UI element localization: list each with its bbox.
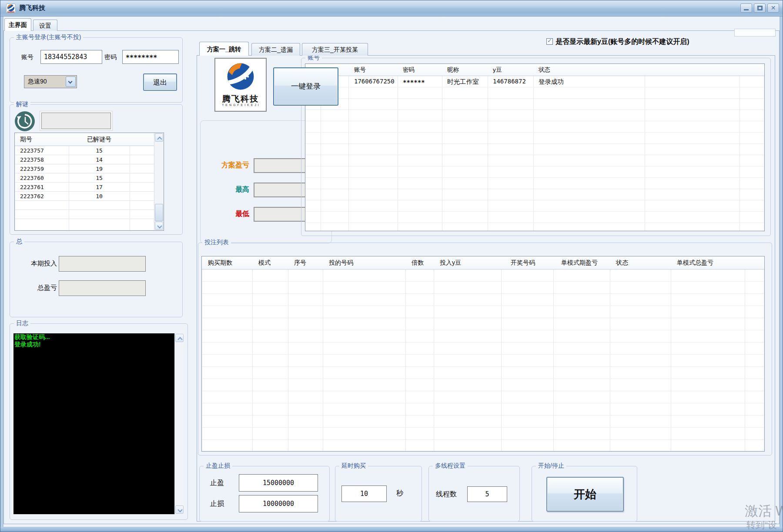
maximize-icon <box>757 6 763 10</box>
table-row[interactable]: 2223762 10 <box>15 192 155 201</box>
cell-ydou: 146786872 <box>493 78 526 85</box>
cell-status: 登录成功 <box>539 78 564 86</box>
col-invest-ydou: 投入y豆 <box>440 259 461 267</box>
col-seq: 序号 <box>294 259 306 267</box>
minimize-button[interactable] <box>740 3 752 13</box>
delay-group: 延时购买 10 秒 <box>335 466 422 522</box>
activate-watermark-line2: 转到“设 <box>746 519 777 531</box>
delay-group-title: 延时购买 <box>339 462 368 470</box>
brand-subtitle: T E N G F E I K E J I <box>215 103 266 106</box>
table-row[interactable]: 2223758 14 <box>15 155 155 164</box>
puzzle-table[interactable]: 期号 已解谜号 2223757 15 2223758 14 2223759 19… <box>14 133 164 231</box>
scroll-thumb[interactable] <box>155 204 163 221</box>
speed-select[interactable]: 急速90 <box>24 75 77 88</box>
bet-table-header: 购买期数 模式 序号 投的号码 倍数 投入y豆 开奖号码 单模式期盈亏 状态 单… <box>202 256 764 269</box>
col-mode-total-pl: 单模式总盈亏 <box>677 259 713 267</box>
current-invest-field <box>59 256 146 272</box>
scheme-profit-label: 方案盈亏 <box>209 161 249 170</box>
one-click-login-button[interactable]: 一键登录 <box>273 67 338 106</box>
scroll-down-button[interactable] <box>155 222 163 230</box>
tab-scheme-1[interactable]: 方案一_跳转 <box>199 42 249 56</box>
scroll-down-button[interactable] <box>175 505 184 514</box>
bet-list-table[interactable]: 购买期数 模式 序号 投的号码 倍数 投入y豆 开奖号码 单模式期盈亏 状态 单… <box>201 256 765 452</box>
col-nickname: 昵称 <box>447 66 459 74</box>
window-border-bottom <box>0 527 783 532</box>
log-group-title: 日志 <box>14 319 30 327</box>
bet-list-group: 投注列表 购买期数 模式 序号 投的号码 倍数 投入y豆 开奖号码 单模式期盈亏… <box>198 243 772 456</box>
chevron-down-icon <box>68 80 73 84</box>
tab-settings[interactable]: 设置 <box>33 20 57 31</box>
account-table-header: ID 账号 密码 昵称 y豆 状态 <box>305 64 764 76</box>
history-clock-icon <box>14 111 35 132</box>
thread-count-input[interactable]: 5 <box>467 486 507 502</box>
close-button[interactable]: ✕ <box>767 3 779 13</box>
account-group: 账号 ID 账号 密码 昵称 y豆 状态 1 17606767250 *****… <box>301 58 771 236</box>
thread-group-title: 多线程设置 <box>433 462 468 470</box>
stop-loss-input[interactable]: 10000000 <box>239 495 318 512</box>
bet-rows-grid <box>202 269 764 452</box>
speed-select-value: 急速90 <box>28 78 47 86</box>
blank-field <box>734 29 776 37</box>
start-stop-group-title: 开始/停止 <box>536 462 566 470</box>
table-row[interactable]: 1 17606767250 ****** 时光工作室 146786872 登录成… <box>305 76 765 87</box>
puzzle-input[interactable] <box>41 113 111 129</box>
logout-button[interactable]: 退出 <box>143 73 177 91</box>
speed-select-arrow-button[interactable] <box>66 76 76 87</box>
window-border-right <box>780 0 783 532</box>
cell-solved: 14 <box>69 156 130 163</box>
app-window: { "theme": { "accent_blue": "#3a5ea8", "… <box>0 0 783 532</box>
col-draw-number: 开奖号码 <box>511 259 535 267</box>
tab-scheme-3[interactable]: 方案三_开某投某 <box>302 43 368 56</box>
brand-name: 腾飞科技 <box>215 95 266 103</box>
scroll-up-button[interactable] <box>155 133 163 142</box>
cell-solved: 10 <box>69 193 130 200</box>
minimize-icon <box>744 9 749 10</box>
log-console[interactable]: 获取验证码... 登录成功! <box>13 333 174 514</box>
maximize-button[interactable] <box>754 3 766 13</box>
col-status: 状态 <box>616 259 628 267</box>
log-line: 获取验证码... <box>13 333 174 341</box>
cell-solved: 15 <box>69 147 130 154</box>
brand-logo: 腾飞科技 T E N G F E I K E J I <box>214 58 267 112</box>
total-profit-label: 总盈亏 <box>21 284 57 292</box>
app-icon <box>6 3 16 13</box>
thread-group: 多线程设置 线程数 5 <box>428 466 520 522</box>
tab-scheme-2[interactable]: 方案二_遗漏 <box>251 43 300 56</box>
activate-watermark-line1: 激活 W <box>745 502 783 520</box>
cell-issue: 2223758 <box>20 156 44 163</box>
puzzle-table-header: 期号 已解谜号 <box>15 133 164 146</box>
password-input[interactable]: ******** <box>122 50 179 64</box>
tab-main[interactable]: 主界面 <box>4 18 31 31</box>
start-stop-group: 开始/停止 开始 <box>532 466 637 522</box>
delay-unit-label: 秒 <box>396 489 403 498</box>
stop-loss-label: 止损 <box>210 499 224 509</box>
stop-profit-input[interactable]: 15000000 <box>239 474 318 492</box>
cell-account: 17606767250 <box>354 78 395 85</box>
table-row[interactable]: 2223759 19 <box>15 164 155 173</box>
start-button[interactable]: 开始 <box>546 477 624 512</box>
col-ydou: y豆 <box>493 66 502 74</box>
scroll-up-button[interactable] <box>175 334 184 342</box>
titlebar[interactable]: 腾飞科技 ✕ <box>0 0 783 17</box>
log-line: 登录成功! <box>13 341 174 348</box>
table-row[interactable]: 2223761 17 <box>15 183 155 192</box>
table-row[interactable]: 2223760 15 <box>15 173 155 183</box>
cell-solved: 15 <box>69 175 130 181</box>
password-label: 密码 <box>104 53 117 61</box>
col-account: 账号 <box>354 66 366 74</box>
log-scrollbar[interactable] <box>174 333 184 514</box>
cell-issue: 2223759 <box>20 166 44 172</box>
account-input[interactable]: 18344552843 <box>40 50 102 64</box>
delay-input[interactable]: 10 <box>341 485 387 502</box>
col-mode-period-pl: 单模式期盈亏 <box>561 259 598 267</box>
stop-group-title: 止盈止损 <box>204 462 232 470</box>
cell-issue: 2223762 <box>20 193 44 200</box>
cell-issue: 2223757 <box>20 147 44 154</box>
account-table[interactable]: ID 账号 密码 昵称 y豆 状态 1 17606767250 ****** 时… <box>305 63 765 231</box>
bet-list-group-title: 投注列表 <box>202 239 231 246</box>
account-label: 账号 <box>21 53 33 61</box>
col-multiple: 倍数 <box>412 259 424 267</box>
puzzle-scrollbar[interactable] <box>154 133 164 230</box>
col-issue: 期号 <box>20 136 32 143</box>
table-row[interactable]: 2223757 15 <box>15 146 155 155</box>
